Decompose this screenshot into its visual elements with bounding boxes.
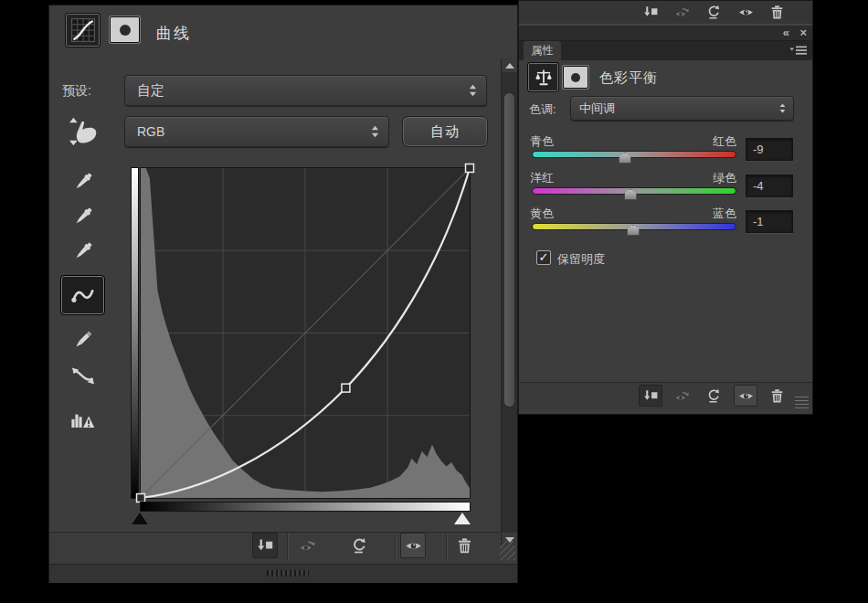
curve-plot[interactable]	[140, 167, 471, 499]
reset-button[interactable]	[701, 385, 725, 407]
adjustment-title: 色彩平衡	[599, 69, 658, 87]
color-slider-track[interactable]	[532, 187, 736, 195]
slider-thumb[interactable]	[627, 225, 640, 236]
white-point-slider[interactable]	[454, 513, 471, 524]
updown-arrows-icon	[469, 84, 477, 97]
visibility-button[interactable]	[734, 2, 757, 23]
panel-bottom-strip	[49, 564, 517, 583]
panel-menu-icon[interactable]	[789, 45, 808, 57]
curves-panel: 曲线 预设: 自定 RGB 自动	[48, 5, 518, 583]
black-point-eyedropper-icon[interactable]	[68, 166, 99, 197]
curves-adjustment-icon[interactable]	[66, 14, 100, 47]
preset-label: 预设:	[62, 83, 91, 100]
delete-button[interactable]	[765, 2, 789, 23]
output-gradient-bar	[131, 167, 139, 499]
toolbar-separator	[395, 534, 396, 560]
properties-panel: « × 属性 色彩平衡 色调: 中间调 青色 红色 -9	[518, 0, 813, 415]
targeted-adjustment-icon[interactable]	[64, 114, 102, 149]
smooth-curve-tool-icon[interactable]	[66, 361, 101, 392]
scrollbar-thumb[interactable]	[503, 92, 515, 407]
close-panel-button[interactable]: ×	[799, 26, 807, 40]
color-slider-track[interactable]	[532, 223, 736, 230]
auto-button[interactable]: 自动	[402, 116, 488, 147]
black-point-slider[interactable]	[132, 513, 148, 524]
layer-mask-icon[interactable]	[110, 16, 140, 43]
curves-footer-toolbar	[49, 532, 500, 564]
channel-dropdown[interactable]: RGB	[124, 116, 389, 147]
panel-title: 曲线	[156, 23, 191, 44]
panel-scrollbar[interactable]	[501, 58, 517, 546]
slider-left-label: 洋红	[530, 170, 554, 186]
toolbar-separator	[446, 534, 447, 560]
view-previous-state-button[interactable]	[670, 385, 693, 407]
slider-thumb[interactable]	[624, 189, 637, 200]
slider-thumb[interactable]	[619, 153, 631, 164]
color-slider-track[interactable]	[532, 151, 736, 158]
tab-properties[interactable]: 属性	[524, 41, 561, 60]
white-point-eyedropper-icon[interactable]	[68, 236, 99, 267]
visibility-button[interactable]	[400, 533, 426, 558]
panel-resize-grip[interactable]	[500, 541, 515, 560]
delete-button[interactable]	[765, 385, 789, 407]
updown-arrows-icon	[371, 125, 379, 138]
preset-dropdown[interactable]: 自定	[124, 75, 487, 106]
clip-to-layer-button[interactable]	[639, 2, 662, 23]
collapse-panel-button[interactable]: «	[783, 26, 789, 40]
toolbar-separator	[287, 534, 288, 560]
panel-resize-grip[interactable]	[795, 394, 809, 408]
clipping-warning-icon[interactable]	[64, 401, 102, 436]
channel-value: RGB	[125, 124, 371, 139]
preserve-luminosity-label: 保留明度	[557, 251, 605, 268]
tone-label: 色调:	[529, 101, 556, 118]
properties-tab-row: 属性	[519, 41, 812, 60]
preserve-luminosity-checkbox[interactable]: ✓	[536, 250, 551, 265]
curve-anchor-point[interactable]	[466, 164, 474, 173]
scroll-up-button[interactable]	[502, 58, 517, 72]
slider-left-label: 黄色	[530, 206, 554, 222]
edit-points-tool-icon[interactable]	[61, 276, 104, 314]
preset-value: 自定	[125, 82, 469, 100]
input-gradient-bar	[140, 502, 471, 512]
tone-value: 中间调	[571, 100, 778, 117]
slider-value-field[interactable]: -1	[746, 210, 793, 233]
color-balance-icon[interactable]	[528, 63, 558, 91]
photoshop-workspace: 曲线 预设: 自定 RGB 自动	[0, 0, 868, 603]
delete-button[interactable]	[451, 533, 477, 558]
preserve-luminosity-row: ✓ 保留明度	[519, 249, 812, 267]
properties-footer-toolbar	[519, 382, 812, 409]
clip-to-layer-button[interactable]	[252, 533, 278, 558]
view-previous-state-button[interactable]	[670, 2, 693, 23]
clip-to-layer-button[interactable]	[639, 385, 662, 407]
reset-button[interactable]	[345, 533, 371, 558]
visibility-button[interactable]	[734, 385, 757, 407]
panel-drag-grip[interactable]	[267, 570, 309, 577]
color-balance-header: 色彩平衡	[519, 60, 812, 94]
curve-anchor-point[interactable]	[342, 384, 350, 392]
gray-point-eyedropper-icon[interactable]	[68, 201, 99, 232]
panel-title-bar: « ×	[519, 26, 812, 41]
pencil-tool-icon[interactable]	[68, 324, 99, 355]
slider-right-label: 蓝色	[713, 206, 736, 222]
slider-value-field[interactable]: -4	[746, 175, 793, 197]
curves-header: 曲线	[49, 5, 517, 60]
slider-value-field[interactable]: -9	[746, 138, 793, 161]
slider-right-label: 绿色	[713, 170, 736, 186]
reset-button[interactable]	[701, 2, 725, 23]
view-previous-state-button[interactable]	[294, 533, 320, 558]
layer-mask-icon[interactable]	[563, 66, 588, 89]
slider-left-label: 青色	[530, 133, 554, 150]
yellow-blue-slider-row: 黄色 蓝色 -1	[519, 206, 812, 253]
updown-arrows-icon	[778, 103, 787, 113]
slider-right-label: 红色	[713, 133, 736, 150]
tone-dropdown[interactable]: 中间调	[570, 96, 794, 121]
upper-panel-toolbar	[519, 1, 812, 25]
